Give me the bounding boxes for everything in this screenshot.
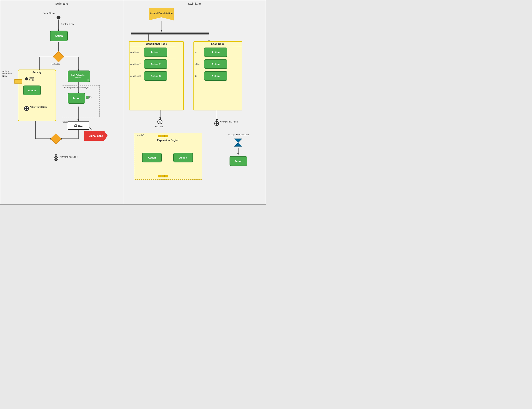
condition-row-1: condition 1 Action 1 bbox=[130, 46, 183, 58]
loop-title: Loop Node bbox=[194, 42, 242, 46]
action-interruptible[interactable]: Action bbox=[68, 93, 85, 104]
pin2 bbox=[162, 135, 165, 137]
expansion-action-1[interactable]: Action bbox=[142, 153, 162, 163]
pin1 bbox=[158, 135, 161, 137]
activity-container: Activity InitialNode Action Activity Fin… bbox=[18, 70, 56, 121]
accept-event-top[interactable]: Accept Event Action bbox=[149, 8, 174, 20]
signal-send[interactable]: Signal Send bbox=[84, 131, 108, 141]
param-node-label: Activity Parameter Node bbox=[2, 70, 18, 77]
initial-node-label: Initial Node bbox=[43, 12, 55, 15]
loop-row-for: for Action bbox=[194, 46, 242, 58]
loop-action-3[interactable]: Action bbox=[204, 71, 227, 81]
loop-row-do: do Action bbox=[194, 70, 242, 82]
initial-node-left bbox=[57, 16, 60, 19]
right-swimlane-title: Swimlane bbox=[123, 0, 266, 7]
activity-initial-node bbox=[25, 77, 28, 81]
hourglass-shape bbox=[233, 138, 243, 147]
condition-row-2: condition 2 Action 2 bbox=[130, 58, 183, 70]
expansion-title: Expansion Region bbox=[134, 138, 202, 142]
final-node-2 bbox=[54, 156, 58, 161]
loop-do-label: do bbox=[195, 75, 202, 77]
loop-node: Loop Node for Action while Action do Act… bbox=[193, 41, 242, 110]
activity-final-label: Activity Final Node bbox=[30, 106, 48, 108]
pin4 bbox=[158, 175, 161, 177]
activity-final-right bbox=[214, 121, 219, 126]
hourglass-arrow-head bbox=[237, 154, 239, 155]
flow-final-label: Flow Final bbox=[153, 126, 163, 128]
fork-bar-top bbox=[131, 33, 209, 35]
conditional-node: Conditional Node condition 1 Action 1 co… bbox=[129, 41, 184, 110]
hourglass-arrow bbox=[238, 148, 238, 154]
left-swimlane-title: Swimlane bbox=[0, 0, 123, 7]
expansion-pins-bottom bbox=[158, 175, 168, 178]
call-behavior-icon: ⏸ bbox=[87, 79, 89, 81]
condition-row-3: condition 3 Action 3 bbox=[130, 70, 183, 82]
main-diagram: Swimlane bbox=[0, 0, 266, 204]
accept-event-action2-label: Accept Event Action bbox=[227, 133, 250, 136]
condition2-label: condition 2 bbox=[130, 63, 142, 65]
activity-param-node bbox=[14, 79, 22, 83]
pin-label: Pin bbox=[89, 96, 92, 98]
call-behavior-action[interactable]: Call Behavior Action ⏸ bbox=[68, 71, 90, 82]
loop-action-1[interactable]: Action bbox=[204, 47, 227, 57]
pin-box bbox=[86, 96, 88, 99]
action-cond-2[interactable]: Action 2 bbox=[144, 59, 167, 69]
activity-initial-label: InitialNode bbox=[29, 77, 34, 81]
activity-final-inner bbox=[24, 106, 29, 111]
swimlane-left: Swimlane bbox=[0, 0, 123, 204]
object-node[interactable]: Object : bbox=[68, 121, 89, 130]
activity-final-right-label: Activity Final Node bbox=[220, 120, 238, 123]
activity-title: Activity bbox=[18, 70, 56, 74]
condition1-label: condition 1 bbox=[130, 51, 142, 53]
loop-for-label: for bbox=[195, 51, 202, 53]
interruptible-label: Interruptible Activity Region bbox=[64, 86, 90, 89]
accept-event-label: Accept Event Action bbox=[150, 12, 173, 15]
decision-diamond-2 bbox=[50, 133, 62, 144]
pin3 bbox=[165, 135, 168, 137]
loop-while-label: while bbox=[195, 63, 202, 65]
control-flow-label: Control Flow bbox=[61, 23, 74, 26]
loop-row-while: while Action bbox=[194, 58, 242, 70]
action-cond-1[interactable]: Action 1 bbox=[144, 47, 167, 57]
expansion-action-2[interactable]: Action bbox=[173, 153, 193, 163]
action-bottom-right[interactable]: Action bbox=[229, 156, 247, 166]
pin6 bbox=[165, 175, 168, 177]
decision-label: Decision bbox=[51, 63, 60, 65]
svg-marker-26 bbox=[234, 143, 242, 146]
flow-final: ✕ bbox=[157, 119, 162, 124]
action-box-1[interactable]: Action bbox=[50, 31, 68, 41]
loop-action-2[interactable]: Action bbox=[204, 59, 227, 69]
pin5 bbox=[162, 175, 165, 177]
decision-diamond bbox=[53, 51, 64, 63]
expansion-pins-top bbox=[158, 135, 168, 137]
swimlane-right: Swimlane Accept Eve bbox=[123, 0, 266, 204]
condition3-label: condition 3 bbox=[130, 75, 142, 77]
conditional-title: Conditional Node bbox=[130, 42, 183, 46]
svg-marker-25 bbox=[234, 139, 242, 143]
activity-action[interactable]: Action bbox=[23, 85, 41, 95]
activity-final-node2-label: Activity Final Node bbox=[60, 156, 78, 158]
expansion-region: parallel Expansion Region Action Action bbox=[134, 133, 202, 180]
action-cond-3[interactable]: Action 3 bbox=[144, 71, 167, 81]
expansion-parallel-label: parallel bbox=[136, 134, 143, 137]
